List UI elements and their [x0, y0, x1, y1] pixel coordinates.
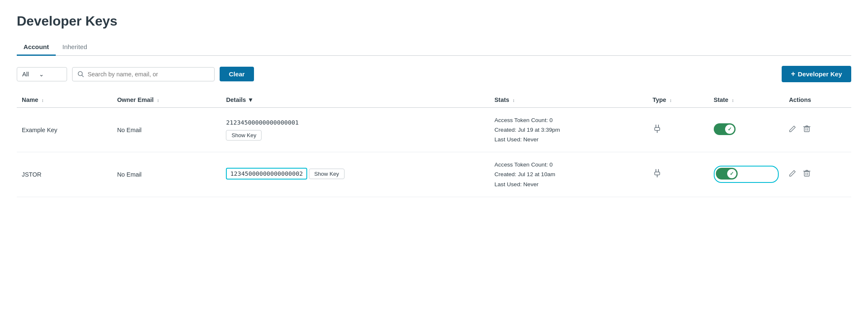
- clear-button[interactable]: Clear: [220, 67, 254, 81]
- toolbar: All ⌄ Clear + Developer Key: [17, 66, 851, 82]
- tab-account[interactable]: Account: [17, 39, 56, 56]
- sort-icon-type[interactable]: ↕: [669, 99, 671, 103]
- cell-actions-jstor: [784, 152, 851, 197]
- sort-icon-stats[interactable]: ↕: [513, 99, 515, 103]
- table-row: Example Key No Email 2123450000000000000…: [17, 108, 851, 152]
- plug-icon-jstor: [653, 170, 662, 180]
- cell-details-example-key: 21234500000000000001 Show Key: [221, 108, 489, 152]
- cell-owner-email-example-key: No Email: [112, 108, 221, 152]
- cell-name-example-key: Example Key: [17, 108, 112, 152]
- cell-state-example-key: ✓: [709, 108, 784, 152]
- tabs-bar: Account Inherited: [17, 39, 851, 56]
- cell-name-jstor: JSTOR: [17, 152, 112, 197]
- col-header-name: Name ↕: [17, 92, 112, 108]
- cell-type-jstor: [648, 152, 709, 197]
- cell-type-example-key: [648, 108, 709, 152]
- edit-icon[interactable]: [789, 125, 796, 135]
- search-container: [72, 67, 215, 81]
- sort-icon-name[interactable]: ↕: [41, 99, 44, 103]
- cell-owner-email-jstor: No Email: [112, 152, 221, 197]
- filter-dropdown[interactable]: All ⌄: [17, 67, 67, 81]
- stats-last-used-jstor: Last Used: Never: [495, 180, 643, 189]
- cell-details-jstor: 12345000000000000002 Show Key: [221, 152, 489, 197]
- delete-icon-jstor[interactable]: [803, 169, 811, 179]
- table-row: JSTOR No Email 12345000000000000002 Show…: [17, 152, 851, 197]
- stats-access-token: Access Token Count: 0: [495, 115, 643, 125]
- plug-icon: [653, 125, 662, 135]
- svg-rect-6: [804, 127, 809, 132]
- page-title: Developer Keys: [17, 13, 851, 29]
- col-header-actions: Actions: [784, 92, 851, 108]
- stats-access-token-jstor: Access Token Count: 0: [495, 160, 643, 169]
- developer-keys-table: Name ↕ Owner Email ↕ Details ▼ Stats ↕ T…: [17, 92, 851, 197]
- svg-rect-4: [655, 128, 660, 130]
- svg-rect-14: [804, 172, 809, 176]
- plus-icon: +: [791, 70, 795, 78]
- filter-value: All: [22, 71, 29, 78]
- svg-line-1: [82, 75, 84, 77]
- tab-inherited[interactable]: Inherited: [56, 39, 94, 56]
- show-key-button-jstor[interactable]: Show Key: [309, 169, 345, 179]
- col-header-stats: Stats ↕: [490, 92, 648, 108]
- stats-last-used: Last Used: Never: [495, 135, 643, 144]
- col-header-type: Type ↕: [648, 92, 709, 108]
- col-header-details: Details ▼: [221, 92, 489, 108]
- key-id-jstor: 12345000000000000002: [226, 168, 307, 180]
- check-icon: ✓: [728, 126, 732, 132]
- edit-icon-jstor[interactable]: [789, 169, 796, 179]
- cell-actions-example-key: [784, 108, 851, 152]
- col-header-owner-email: Owner Email ↕: [112, 92, 221, 108]
- cell-state-jstor: ✓: [709, 152, 784, 197]
- table-header-row: Name ↕ Owner Email ↕ Details ▼ Stats ↕ T…: [17, 92, 851, 108]
- sort-icon-state[interactable]: ↕: [732, 99, 734, 103]
- add-developer-key-button[interactable]: + Developer Key: [782, 66, 851, 82]
- check-icon-jstor: ✓: [730, 171, 734, 177]
- delete-icon[interactable]: [803, 125, 811, 135]
- state-toggle-example[interactable]: ✓: [714, 123, 736, 135]
- sort-icon-owner-email[interactable]: ↕: [157, 99, 159, 103]
- col-header-state: State ↕: [709, 92, 784, 108]
- dropdown-arrow-icon[interactable]: ▼: [248, 96, 254, 103]
- search-input[interactable]: [88, 71, 209, 78]
- chevron-down-icon: ⌄: [39, 71, 44, 78]
- svg-rect-12: [655, 172, 660, 175]
- stats-created-jstor: Created: Jul 12 at 10am: [495, 169, 643, 179]
- show-key-button-example[interactable]: Show Key: [226, 130, 262, 141]
- state-toggle-jstor[interactable]: ✓: [716, 168, 738, 180]
- state-toggle-jstor-wrapper: ✓: [714, 166, 779, 183]
- cell-stats-example-key: Access Token Count: 0 Created: Jul 19 at…: [490, 108, 648, 152]
- add-developer-key-label: Developer Key: [798, 70, 842, 78]
- stats-created: Created: Jul 19 at 3:39pm: [495, 125, 643, 135]
- cell-stats-jstor: Access Token Count: 0 Created: Jul 12 at…: [490, 152, 648, 197]
- key-id-example: 21234500000000000001: [226, 119, 484, 126]
- search-icon: [78, 71, 84, 78]
